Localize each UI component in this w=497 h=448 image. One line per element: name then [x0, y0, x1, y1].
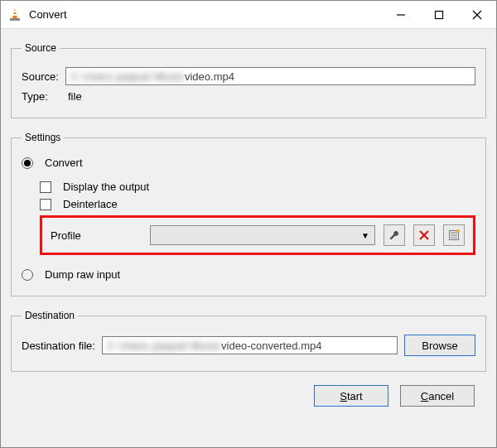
svg-rect-3: [10, 18, 20, 21]
type-label: Type:: [22, 90, 61, 103]
dialog-content: Source Source: C Users paquel Music vide…: [1, 29, 496, 447]
convert-radio[interactable]: [22, 157, 33, 169]
display-output-checkbox[interactable]: [40, 181, 51, 193]
destination-path-blurred: C Users paquel Music: [108, 340, 221, 352]
svg-rect-2: [12, 14, 17, 16]
source-legend: Source: [22, 42, 60, 54]
destination-path-visible: video-converted.mp4: [221, 340, 321, 352]
minimize-button[interactable]: [382, 1, 420, 29]
maximize-button[interactable]: [420, 1, 458, 29]
profile-dropdown[interactable]: ▼: [150, 225, 375, 245]
dump-raw-radio[interactable]: [22, 269, 33, 281]
window-controls: [382, 1, 496, 29]
list-new-icon: [448, 229, 460, 241]
delete-profile-button[interactable]: [413, 224, 435, 246]
browse-button-label: Browse: [422, 340, 457, 352]
cancel-button-label: Cancel: [421, 390, 454, 402]
destination-input[interactable]: C Users paquel Music video-converted.mp4: [102, 336, 398, 354]
deinterlace-checkbox[interactable]: [40, 199, 51, 210]
svg-rect-1: [13, 11, 17, 12]
profile-row-highlight: Profile ▼: [40, 215, 475, 255]
dump-raw-label: Dump raw input: [45, 268, 120, 281]
source-path-visible: video.mp4: [185, 70, 234, 83]
source-group: Source Source: C Users paquel Music vide…: [11, 42, 486, 118]
chevron-down-icon: ▼: [361, 231, 369, 240]
new-profile-button[interactable]: [443, 224, 465, 246]
wrench-icon: [388, 229, 400, 241]
convert-dialog: Convert Source Source: C Users paquel Mu…: [0, 0, 497, 448]
svg-marker-0: [12, 8, 17, 18]
svg-point-14: [456, 229, 460, 233]
browse-button[interactable]: Browse: [404, 335, 475, 356]
x-icon: [418, 229, 430, 241]
source-label: Source:: [22, 70, 59, 83]
settings-legend: Settings: [22, 132, 64, 143]
svg-rect-5: [436, 11, 443, 18]
dialog-footer: Start Cancel: [11, 380, 486, 418]
source-path-blurred: C Users paquel Music: [71, 70, 185, 83]
type-value: file: [68, 90, 82, 103]
source-input[interactable]: C Users paquel Music video.mp4: [65, 67, 475, 85]
settings-group: Settings Convert Display the output Dein…: [11, 132, 486, 296]
titlebar: Convert: [1, 1, 496, 29]
deinterlace-label: Deinterlace: [63, 198, 118, 210]
edit-profile-button[interactable]: [384, 224, 405, 246]
close-button[interactable]: [458, 1, 496, 29]
destination-group: Destination Destination file: C Users pa…: [11, 310, 486, 372]
convert-radio-label: Convert: [45, 157, 83, 169]
start-button[interactable]: Start: [314, 385, 388, 407]
cancel-button[interactable]: Cancel: [400, 385, 475, 407]
destination-legend: Destination: [22, 310, 78, 321]
vlc-icon: [1, 7, 29, 22]
profile-label: Profile: [51, 229, 142, 242]
start-button-label: Start: [340, 390, 362, 402]
display-output-label: Display the output: [63, 181, 149, 193]
window-title: Convert: [29, 8, 382, 21]
destination-label: Destination file:: [22, 340, 95, 352]
